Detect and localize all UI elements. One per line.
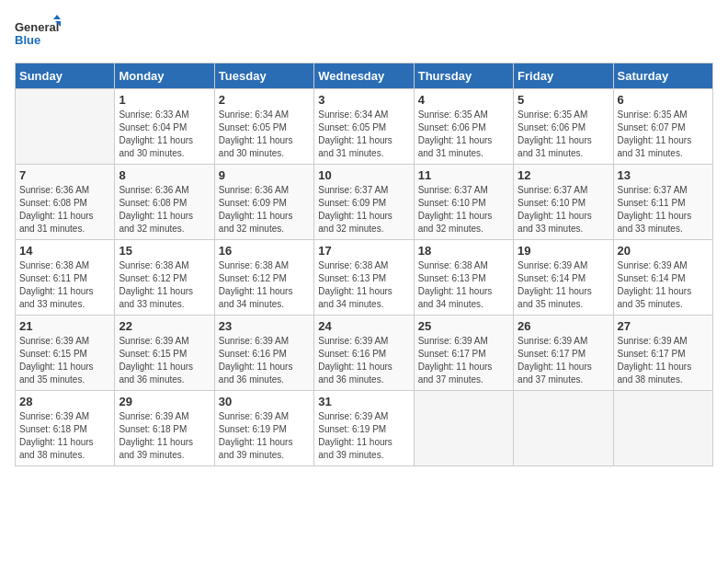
day-number: 22 <box>119 319 210 333</box>
calendar-cell: 13Sunrise: 6:37 AM Sunset: 6:11 PM Dayli… <box>613 165 712 240</box>
logo-svg: GeneralBlue <box>15 15 61 52</box>
day-info: Sunrise: 6:35 AM Sunset: 6:07 PM Dayligh… <box>618 109 709 160</box>
calendar-cell: 10Sunrise: 6:37 AM Sunset: 6:09 PM Dayli… <box>314 165 414 240</box>
day-info: Sunrise: 6:37 AM Sunset: 6:09 PM Dayligh… <box>318 184 409 236</box>
calendar-cell <box>613 391 712 466</box>
column-header-thursday: Thursday <box>414 63 513 89</box>
day-info: Sunrise: 6:39 AM Sunset: 6:14 PM Dayligh… <box>618 259 709 311</box>
calendar-cell <box>514 391 613 466</box>
calendar-cell: 12Sunrise: 6:37 AM Sunset: 6:10 PM Dayli… <box>514 165 613 240</box>
day-number: 4 <box>418 93 509 107</box>
calendar-cell: 24Sunrise: 6:39 AM Sunset: 6:16 PM Dayli… <box>314 316 414 391</box>
day-number: 20 <box>618 244 709 258</box>
day-info: Sunrise: 6:34 AM Sunset: 6:05 PM Dayligh… <box>318 109 409 160</box>
day-number: 7 <box>19 168 110 182</box>
day-number: 10 <box>318 168 409 182</box>
calendar-cell: 18Sunrise: 6:38 AM Sunset: 6:13 PM Dayli… <box>414 240 513 316</box>
day-number: 2 <box>219 93 310 107</box>
column-header-monday: Monday <box>115 63 214 89</box>
day-number: 3 <box>318 93 409 107</box>
column-header-wednesday: Wednesday <box>314 63 414 89</box>
calendar-cell: 20Sunrise: 6:39 AM Sunset: 6:14 PM Dayli… <box>613 240 712 316</box>
day-number: 29 <box>119 395 210 408</box>
calendar-cell: 16Sunrise: 6:38 AM Sunset: 6:12 PM Dayli… <box>214 240 313 316</box>
day-info: Sunrise: 6:34 AM Sunset: 6:05 PM Dayligh… <box>219 109 310 160</box>
day-number: 6 <box>618 93 709 107</box>
day-info: Sunrise: 6:36 AM Sunset: 6:08 PM Dayligh… <box>19 184 110 236</box>
calendar-cell: 2Sunrise: 6:34 AM Sunset: 6:05 PM Daylig… <box>214 89 313 165</box>
calendar-cell: 6Sunrise: 6:35 AM Sunset: 6:07 PM Daylig… <box>613 89 712 165</box>
day-info: Sunrise: 6:38 AM Sunset: 6:12 PM Dayligh… <box>119 259 210 311</box>
day-info: Sunrise: 6:37 AM Sunset: 6:11 PM Dayligh… <box>618 184 709 236</box>
day-info: Sunrise: 6:39 AM Sunset: 6:19 PM Dayligh… <box>318 410 409 462</box>
day-number: 5 <box>518 93 609 107</box>
calendar-cell: 5Sunrise: 6:35 AM Sunset: 6:06 PM Daylig… <box>514 89 613 165</box>
week-row-3: 14Sunrise: 6:38 AM Sunset: 6:11 PM Dayli… <box>16 240 713 316</box>
calendar-cell: 4Sunrise: 6:35 AM Sunset: 6:06 PM Daylig… <box>414 89 513 165</box>
day-info: Sunrise: 6:39 AM Sunset: 6:17 PM Dayligh… <box>618 335 709 386</box>
calendar-cell: 9Sunrise: 6:36 AM Sunset: 6:09 PM Daylig… <box>214 165 313 240</box>
day-number: 14 <box>19 244 110 258</box>
day-number: 30 <box>219 395 310 408</box>
calendar-cell: 14Sunrise: 6:38 AM Sunset: 6:11 PM Dayli… <box>16 240 115 316</box>
day-number: 11 <box>418 168 509 182</box>
column-header-sunday: Sunday <box>16 63 115 89</box>
day-number: 21 <box>19 319 110 333</box>
day-info: Sunrise: 6:35 AM Sunset: 6:06 PM Dayligh… <box>418 109 509 160</box>
calendar-cell: 3Sunrise: 6:34 AM Sunset: 6:05 PM Daylig… <box>314 89 414 165</box>
day-number: 8 <box>119 168 210 182</box>
calendar-cell: 17Sunrise: 6:38 AM Sunset: 6:13 PM Dayli… <box>314 240 414 316</box>
calendar-cell <box>16 89 115 165</box>
calendar-cell: 26Sunrise: 6:39 AM Sunset: 6:17 PM Dayli… <box>514 316 613 391</box>
day-info: Sunrise: 6:38 AM Sunset: 6:12 PM Dayligh… <box>219 259 310 311</box>
day-info: Sunrise: 6:37 AM Sunset: 6:10 PM Dayligh… <box>418 184 509 236</box>
column-header-tuesday: Tuesday <box>214 63 313 89</box>
header: GeneralBlue <box>15 15 713 52</box>
calendar-cell: 23Sunrise: 6:39 AM Sunset: 6:16 PM Dayli… <box>214 316 313 391</box>
calendar-cell: 22Sunrise: 6:39 AM Sunset: 6:15 PM Dayli… <box>115 316 214 391</box>
day-number: 15 <box>119 244 210 258</box>
day-number: 24 <box>318 319 409 333</box>
calendar-cell: 7Sunrise: 6:36 AM Sunset: 6:08 PM Daylig… <box>16 165 115 240</box>
calendar-cell: 19Sunrise: 6:39 AM Sunset: 6:14 PM Dayli… <box>514 240 613 316</box>
calendar-cell: 1Sunrise: 6:33 AM Sunset: 6:04 PM Daylig… <box>115 89 214 165</box>
column-header-friday: Friday <box>514 63 613 89</box>
calendar-cell: 21Sunrise: 6:39 AM Sunset: 6:15 PM Dayli… <box>16 316 115 391</box>
day-number: 16 <box>219 244 310 258</box>
week-row-2: 7Sunrise: 6:36 AM Sunset: 6:08 PM Daylig… <box>16 165 713 240</box>
day-info: Sunrise: 6:39 AM Sunset: 6:17 PM Dayligh… <box>518 335 609 386</box>
day-info: Sunrise: 6:39 AM Sunset: 6:16 PM Dayligh… <box>318 335 409 386</box>
calendar-cell: 30Sunrise: 6:39 AM Sunset: 6:19 PM Dayli… <box>214 391 313 466</box>
day-info: Sunrise: 6:38 AM Sunset: 6:11 PM Dayligh… <box>19 259 110 311</box>
calendar-cell: 8Sunrise: 6:36 AM Sunset: 6:08 PM Daylig… <box>115 165 214 240</box>
week-row-1: 1Sunrise: 6:33 AM Sunset: 6:04 PM Daylig… <box>16 89 713 165</box>
week-row-4: 21Sunrise: 6:39 AM Sunset: 6:15 PM Dayli… <box>16 316 713 391</box>
day-info: Sunrise: 6:38 AM Sunset: 6:13 PM Dayligh… <box>418 259 509 311</box>
day-info: Sunrise: 6:38 AM Sunset: 6:13 PM Dayligh… <box>318 259 409 311</box>
svg-text:General: General <box>15 20 59 34</box>
day-info: Sunrise: 6:37 AM Sunset: 6:10 PM Dayligh… <box>518 184 609 236</box>
day-info: Sunrise: 6:39 AM Sunset: 6:15 PM Dayligh… <box>19 335 110 386</box>
day-info: Sunrise: 6:33 AM Sunset: 6:04 PM Dayligh… <box>119 109 210 160</box>
day-info: Sunrise: 6:36 AM Sunset: 6:09 PM Dayligh… <box>219 184 310 236</box>
calendar-cell <box>414 391 513 466</box>
calendar-cell: 27Sunrise: 6:39 AM Sunset: 6:17 PM Dayli… <box>613 316 712 391</box>
logo: GeneralBlue <box>15 15 61 52</box>
day-info: Sunrise: 6:39 AM Sunset: 6:19 PM Dayligh… <box>219 410 310 462</box>
svg-marker-2 <box>53 15 61 19</box>
day-info: Sunrise: 6:39 AM Sunset: 6:18 PM Dayligh… <box>119 410 210 462</box>
day-number: 28 <box>19 395 110 408</box>
day-number: 1 <box>119 93 210 107</box>
calendar-cell: 15Sunrise: 6:38 AM Sunset: 6:12 PM Dayli… <box>115 240 214 316</box>
day-number: 17 <box>318 244 409 258</box>
day-number: 27 <box>618 319 709 333</box>
day-number: 31 <box>318 395 409 408</box>
day-number: 9 <box>219 168 310 182</box>
day-info: Sunrise: 6:36 AM Sunset: 6:08 PM Dayligh… <box>119 184 210 236</box>
calendar-cell: 31Sunrise: 6:39 AM Sunset: 6:19 PM Dayli… <box>314 391 414 466</box>
day-info: Sunrise: 6:39 AM Sunset: 6:17 PM Dayligh… <box>418 335 509 386</box>
calendar-cell: 28Sunrise: 6:39 AM Sunset: 6:18 PM Dayli… <box>16 391 115 466</box>
header-row: SundayMondayTuesdayWednesdayThursdayFrid… <box>16 63 713 89</box>
day-info: Sunrise: 6:35 AM Sunset: 6:06 PM Dayligh… <box>518 109 609 160</box>
calendar-table: SundayMondayTuesdayWednesdayThursdayFrid… <box>15 63 713 466</box>
